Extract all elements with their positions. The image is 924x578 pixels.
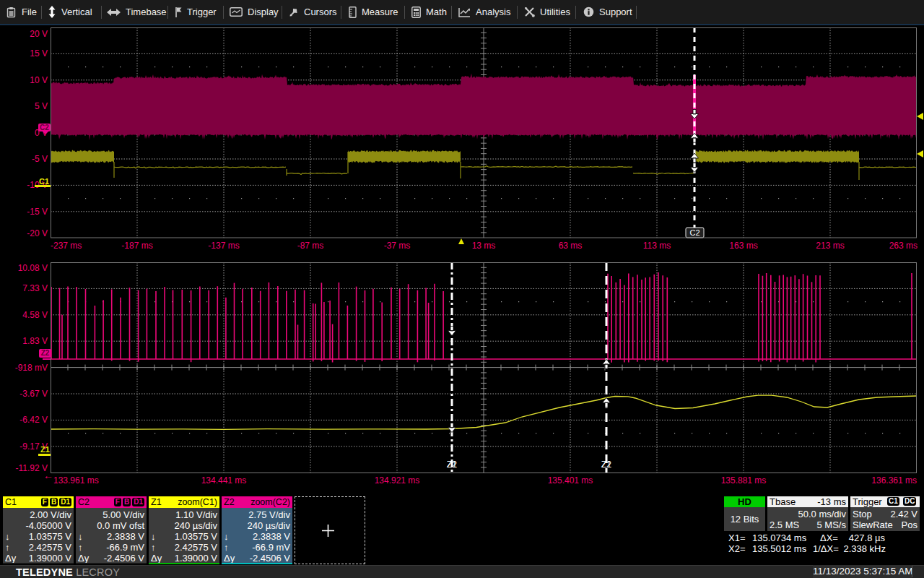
svg-text:Z2: Z2 [447,460,457,470]
svg-text:Z2: Z2 [601,460,611,470]
svg-text:C2: C2 [689,228,699,237]
